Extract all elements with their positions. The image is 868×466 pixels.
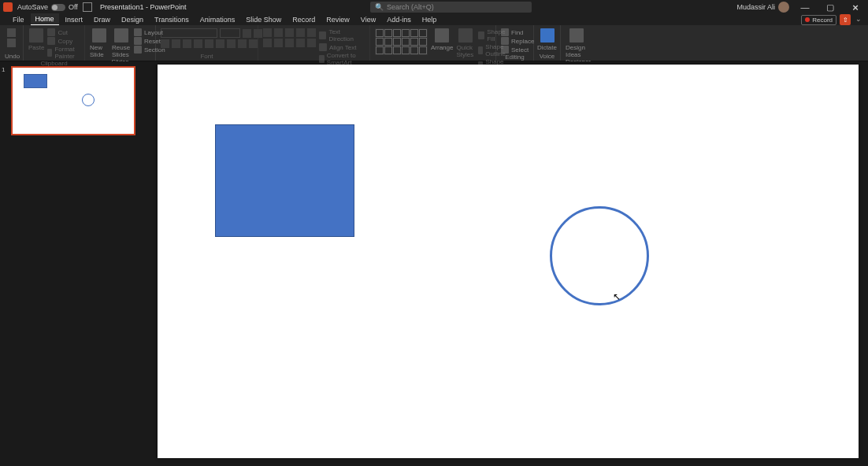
tab-help[interactable]: Help (417, 14, 442, 25)
bold-button[interactable] (161, 39, 169, 48)
user-name: Mudassir Ali (736, 3, 775, 11)
copy-button[interactable]: Copy (47, 37, 80, 45)
circle-shape[interactable] (550, 206, 649, 305)
quick-styles-icon (458, 28, 473, 43)
char-spacing-button[interactable] (216, 39, 224, 48)
undo-button[interactable] (7, 28, 16, 37)
powerpoint-icon (3, 2, 13, 12)
columns-button[interactable] (307, 39, 316, 47)
reset-icon (134, 37, 142, 45)
tab-file[interactable]: File (8, 14, 29, 25)
justify-button[interactable] (296, 39, 305, 47)
numbering-button[interactable] (274, 28, 283, 37)
reuse-slides-button[interactable]: Reuse Slides (112, 28, 131, 58)
share-icon: ⇧ (843, 17, 848, 24)
user-account[interactable]: Mudassir Ali (736, 2, 789, 13)
format-painter-button[interactable]: Format Painter (47, 46, 80, 60)
slide-canvas-area[interactable]: ↖ (147, 61, 868, 466)
restore-button[interactable]: ▢ (821, 0, 840, 14)
indent-right-button[interactable] (296, 28, 305, 37)
document-title[interactable]: Presentation1 - PowerPoint (100, 3, 187, 11)
indent-left-button[interactable] (285, 28, 294, 37)
highlight-button[interactable] (238, 39, 247, 48)
quick-styles-button[interactable]: Quick Styles (456, 28, 475, 58)
group-font-label: Font (161, 53, 253, 61)
shape-outline-button[interactable]: Shape Outline (478, 43, 508, 57)
paste-button[interactable]: Paste (28, 28, 44, 51)
group-undo: Undo (0, 25, 24, 61)
format-painter-icon (47, 49, 52, 57)
autosave-toggle[interactable]: AutoSave Off (17, 3, 78, 11)
group-paragraph: Text Direction Align Text Convert to Sma… (258, 25, 370, 61)
dictate-icon (540, 28, 555, 43)
group-undo-label: Undo (5, 53, 18, 61)
group-clipboard: Paste Cut Copy Format Painter Clipboard (24, 25, 85, 61)
font-family-select[interactable] (161, 28, 217, 38)
align-right-button[interactable] (285, 39, 294, 47)
tab-draw[interactable]: Draw (89, 14, 115, 25)
rectangle-shape[interactable] (215, 124, 354, 237)
main-area: 1 ↖ (0, 61, 868, 466)
autosave-label: AutoSave (17, 3, 48, 11)
smartart-icon (319, 55, 325, 63)
close-button[interactable]: × (846, 0, 865, 14)
layout-icon (134, 28, 142, 36)
minimize-button[interactable]: — (796, 0, 814, 14)
underline-button[interactable] (183, 39, 191, 48)
text-direction-button[interactable]: Text Direction (319, 28, 365, 43)
tab-animations[interactable]: Animations (195, 14, 240, 25)
cut-icon (47, 28, 55, 36)
align-center-button[interactable] (274, 39, 283, 47)
toggle-off-icon[interactable] (51, 4, 65, 11)
record-icon (805, 17, 810, 22)
font-size-select[interactable] (220, 28, 240, 38)
tab-review[interactable]: Review (321, 14, 354, 25)
tab-transitions[interactable]: Transitions (150, 14, 194, 25)
group-voice: Dictate Voice (534, 25, 561, 61)
group-drawing: Arrange Quick Styles Shape Fill Shape Ou… (370, 25, 496, 61)
slide-thumbnail-panel[interactable]: 1 (0, 61, 147, 466)
bullets-button[interactable] (263, 28, 272, 37)
tab-addins[interactable]: Add-ins (382, 14, 416, 25)
text-direction-icon (319, 31, 326, 39)
share-button[interactable]: ⇧ (840, 14, 851, 25)
align-text-button[interactable]: Align Text (319, 43, 365, 51)
ribbon-tabs: File Home Insert Draw Design Transitions… (0, 14, 868, 25)
increase-font-button[interactable] (243, 29, 251, 38)
design-ideas-icon (569, 28, 584, 43)
case-button[interactable] (227, 39, 236, 48)
slide-thumbnail-1[interactable] (11, 66, 135, 135)
tab-record[interactable]: Record (287, 14, 320, 25)
slide-canvas[interactable]: ↖ (158, 65, 859, 458)
tab-insert[interactable]: Insert (61, 14, 88, 25)
align-left-button[interactable] (263, 39, 272, 47)
align-text-icon (319, 43, 327, 51)
tab-home[interactable]: Home (31, 13, 59, 25)
design-ideas-button[interactable]: Design Ideas (566, 28, 588, 58)
record-button[interactable]: Record (801, 15, 836, 25)
title-bar: AutoSave Off Presentation1 - PowerPoint … (0, 0, 868, 14)
group-designer: Design Ideas Designer (561, 25, 592, 61)
arrange-button[interactable]: Arrange (431, 28, 453, 51)
group-slides: New Slide Reuse Slides Layout Reset Sect… (85, 25, 156, 61)
tab-design[interactable]: Design (117, 14, 148, 25)
collapse-ribbon-button[interactable]: ⌄ (854, 15, 863, 24)
mouse-cursor-icon: ↖ (613, 291, 621, 302)
strike-button[interactable] (194, 39, 202, 48)
tab-view[interactable]: View (356, 14, 380, 25)
dictate-button[interactable]: Dictate (537, 28, 557, 51)
italic-button[interactable] (172, 39, 180, 48)
shadow-button[interactable] (205, 39, 213, 48)
new-slide-icon (92, 28, 106, 43)
tab-slide-show[interactable]: Slide Show (241, 14, 286, 25)
section-icon (134, 46, 142, 54)
new-slide-button[interactable]: New Slide (90, 28, 109, 58)
search-box[interactable]: 🔍 Search (Alt+Q) (370, 2, 532, 13)
save-icon[interactable] (83, 2, 92, 12)
cut-button[interactable]: Cut (47, 28, 80, 36)
redo-button[interactable] (7, 39, 16, 47)
line-spacing-button[interactable] (307, 28, 316, 37)
font-color-button[interactable] (249, 39, 258, 48)
shapes-gallery[interactable] (375, 28, 428, 55)
shape-fill-button[interactable]: Shape Fill (478, 28, 508, 43)
